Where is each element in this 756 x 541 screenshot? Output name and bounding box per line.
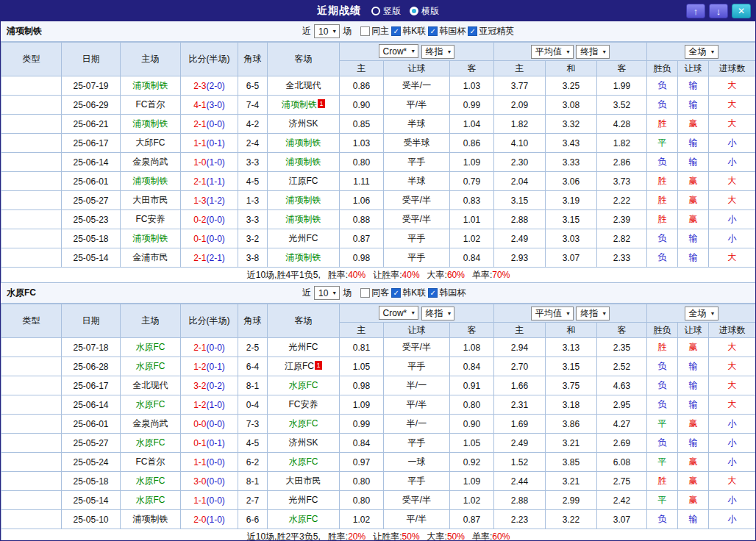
chevron-down-icon: ▼ bbox=[710, 311, 716, 316]
euro-home-odds: 2.49 bbox=[494, 434, 546, 453]
odds-company-select[interactable]: Crow*▼ bbox=[379, 306, 419, 320]
euro-source-select[interactable]: 平均值▼ bbox=[531, 45, 574, 59]
team-name[interactable]: 光州FC bbox=[289, 495, 318, 505]
team-name[interactable]: 江原FC bbox=[289, 176, 318, 186]
team-name[interactable]: 金泉尚武 bbox=[133, 157, 168, 167]
team-name[interactable]: 水原FC bbox=[136, 437, 165, 448]
team-name[interactable]: FC安养 bbox=[136, 214, 165, 224]
team-name[interactable]: 水原FC bbox=[289, 514, 318, 524]
handicap-result-cell: 输 bbox=[678, 76, 709, 96]
euro-time-select[interactable]: 终指▼ bbox=[576, 45, 610, 59]
league-cell: 韩K联 bbox=[1, 434, 62, 453]
team-name[interactable]: 水原FC bbox=[136, 342, 165, 352]
halftime-score: (2-0) bbox=[207, 81, 225, 91]
team-name[interactable]: 水原FC bbox=[136, 361, 165, 371]
checkbox-icon[interactable] bbox=[360, 26, 370, 36]
filter-checkbox[interactable]: 同主 bbox=[360, 25, 389, 37]
matches-table: 类型 日期 主场 比分(半场) 角球 客场 Crow*▼ 终指▼ 平均值▼ 终指… bbox=[1, 304, 756, 541]
odds-time-select[interactable]: 终指▼ bbox=[421, 45, 455, 59]
team-name[interactable]: 水原FC bbox=[289, 418, 318, 429]
layout-radio-option[interactable]: 横版 bbox=[410, 5, 439, 18]
match-count-select[interactable]: 10▼ bbox=[314, 24, 340, 38]
col-header-away: 客场 bbox=[268, 304, 340, 338]
team-name[interactable]: 光州FC bbox=[289, 342, 318, 352]
team-name[interactable]: 水原FC bbox=[289, 380, 318, 390]
halftime-score: (0-0) bbox=[207, 476, 225, 487]
halftime-score: (0-1) bbox=[207, 138, 225, 148]
checkbox-icon[interactable]: ✓ bbox=[428, 26, 438, 36]
layout-radio-option[interactable]: 竖版 bbox=[371, 5, 401, 18]
team-name[interactable]: 水原FC bbox=[136, 399, 165, 409]
team-name[interactable]: 济州SK bbox=[288, 118, 318, 129]
asian-line: 平手 bbox=[384, 434, 450, 453]
team-name[interactable]: FC首尔 bbox=[136, 99, 165, 110]
odds-company-select[interactable]: Crow*▼ bbox=[379, 44, 419, 58]
team-name[interactable]: 浦项制铁 bbox=[286, 157, 321, 167]
checkbox-icon[interactable] bbox=[360, 288, 370, 298]
team-name[interactable]: 金泉尚武 bbox=[133, 418, 168, 429]
team-name[interactable]: 浦项制铁 bbox=[133, 233, 168, 243]
team-name[interactable]: 浦项制铁 bbox=[286, 252, 321, 262]
filter-checkbox[interactable]: ✓韩K联 bbox=[391, 287, 426, 299]
scope-select[interactable]: 全场▼ bbox=[685, 307, 718, 320]
team-name[interactable]: 浦项制铁 bbox=[286, 195, 321, 205]
team-name[interactable]: 全北现代 bbox=[286, 80, 321, 90]
euro-draw-odds: 3.43 bbox=[546, 134, 597, 153]
radio-icon[interactable] bbox=[371, 7, 380, 15]
goals-result-cell: 大 bbox=[709, 338, 756, 357]
team-name[interactable]: 大田市民 bbox=[133, 195, 168, 205]
goals-result-cell: 大 bbox=[709, 395, 756, 415]
team-name[interactable]: 浦项制铁 bbox=[133, 514, 168, 524]
team-name[interactable]: 浦项制铁 bbox=[286, 137, 321, 148]
odds-time-select[interactable]: 终指▼ bbox=[421, 307, 455, 320]
filter-checkbox[interactable]: 同客 bbox=[360, 287, 389, 299]
close-button[interactable]: ✕ bbox=[732, 4, 751, 18]
euro-draw-odds: 3.18 bbox=[546, 395, 597, 415]
team-name[interactable]: 浦项制铁 bbox=[286, 214, 321, 224]
team-name[interactable]: 江原FC bbox=[285, 361, 314, 371]
checkbox-icon[interactable]: ✓ bbox=[428, 288, 438, 298]
filter-checkbox[interactable]: ✓亚冠精英 bbox=[468, 25, 514, 37]
chevron-down-icon: ▼ bbox=[602, 311, 607, 316]
near-label: 近 bbox=[302, 287, 311, 299]
match-count-select[interactable]: 10▼ bbox=[314, 286, 340, 300]
euro-home-odds: 2.44 bbox=[494, 472, 546, 491]
league-cell: 韩K联 bbox=[1, 229, 62, 248]
filter-checkbox[interactable]: ✓韩国杯 bbox=[428, 287, 466, 299]
team-name[interactable]: 大田市民 bbox=[286, 476, 321, 486]
scope-select[interactable]: 全场▼ bbox=[685, 45, 718, 59]
team-name[interactable]: 金浦市民 bbox=[133, 252, 168, 262]
euro-draw-odds: 3.03 bbox=[546, 229, 597, 248]
date-cell: 25-05-24 bbox=[62, 453, 121, 472]
team-name[interactable]: 水原FC bbox=[136, 495, 165, 505]
scroll-up-button[interactable]: ↑ bbox=[686, 4, 705, 18]
score-cell: 1-1(0-0) bbox=[181, 453, 238, 472]
filter-checkbox[interactable]: ✓韩国杯 bbox=[428, 25, 466, 37]
euro-time-select[interactable]: 终指▼ bbox=[576, 307, 610, 320]
team-name[interactable]: 浦项制铁 bbox=[133, 80, 168, 90]
team-name[interactable]: FC首尔 bbox=[136, 456, 165, 467]
result-cell: 平 bbox=[647, 491, 678, 510]
scroll-down-button[interactable]: ↓ bbox=[709, 4, 728, 18]
filter-checkbox[interactable]: ✓韩K联 bbox=[391, 25, 426, 37]
team-name[interactable]: 浦项制铁 bbox=[133, 176, 168, 186]
team-name[interactable]: 光州FC bbox=[289, 233, 318, 243]
handicap-result-cell: 输 bbox=[678, 134, 709, 153]
euro-away-odds: 2.82 bbox=[597, 229, 647, 248]
checkbox-icon[interactable]: ✓ bbox=[391, 288, 401, 298]
team-name[interactable]: 水原FC bbox=[289, 456, 318, 467]
euro-source-select[interactable]: 平均值▼ bbox=[531, 307, 574, 320]
halftime-score: (0-1) bbox=[207, 362, 225, 372]
radio-icon[interactable] bbox=[410, 7, 418, 15]
team-name[interactable]: 全北现代 bbox=[133, 380, 168, 390]
team-name[interactable]: 济州SK bbox=[288, 437, 318, 448]
summary-stat: 胜率:20% bbox=[328, 531, 365, 541]
handicap-result-cell: 输 bbox=[678, 395, 709, 415]
team-name[interactable]: 大邱FC bbox=[136, 137, 165, 148]
team-name[interactable]: 水原FC bbox=[136, 476, 165, 486]
checkbox-icon[interactable]: ✓ bbox=[391, 26, 401, 36]
team-name[interactable]: 浦项制铁 bbox=[133, 118, 168, 129]
team-name[interactable]: FC安养 bbox=[289, 399, 318, 409]
checkbox-icon[interactable]: ✓ bbox=[468, 26, 477, 36]
team-name[interactable]: 浦项制铁 bbox=[282, 99, 317, 110]
